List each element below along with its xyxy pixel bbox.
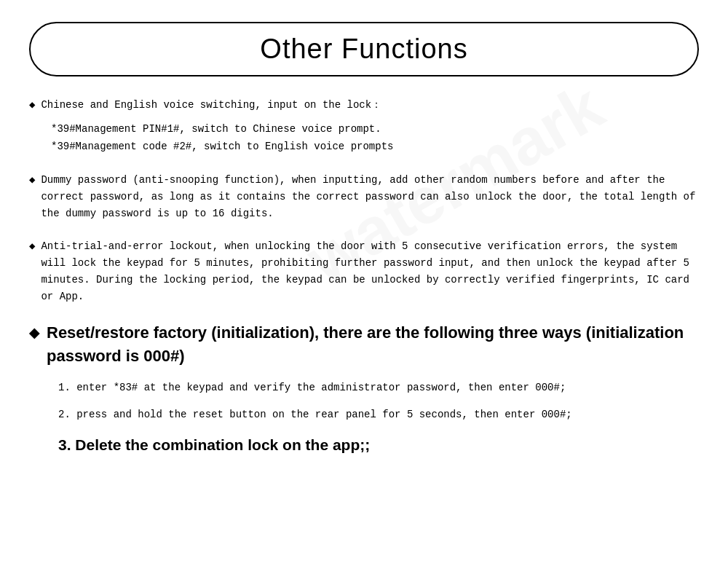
section-dummy-password: ◆ Dummy password (anti-snooping function… xyxy=(29,172,699,222)
reset-factory-heading-text: Reset/restore factory (initialization), … xyxy=(47,321,699,368)
reset-item-3-content: Delete the combination lock on the app;; xyxy=(75,436,370,453)
voice-switching-intro: Chinese and English voice switching, inp… xyxy=(41,97,381,114)
reset-item-1: 1. enter *83# at the keypad and verify t… xyxy=(58,380,699,396)
reset-factory-heading: ◆ Reset/restore factory (initialization)… xyxy=(29,321,699,368)
reset-numbered-list: 1. enter *83# at the keypad and verify t… xyxy=(58,380,699,457)
reset-item-1-text: 1. enter *83# at the keypad and verify t… xyxy=(58,380,699,396)
reset-item-2-number: 2. xyxy=(58,409,71,420)
voice-switching-indented: *39#Management PIN#1#, switch to Chinese… xyxy=(51,121,699,156)
reset-item-1-content: enter *83# at the keypad and verify the … xyxy=(76,382,566,393)
reset-item-2-text: 2. press and hold the reset button on th… xyxy=(58,406,699,423)
voice-switching-line-2: *39#Management code #2#, switch to Engli… xyxy=(51,138,699,156)
section-anti-trial: ◆ Anti-trial-and-error lockout, when unl… xyxy=(29,238,699,305)
section-voice-switching: ◆ Chinese and English voice switching, i… xyxy=(29,97,699,156)
bullet-diamond-large: ◆ xyxy=(29,323,39,342)
page-title-box: Other Functions xyxy=(29,22,699,76)
dummy-password-text: Dummy password (anti-snooping function),… xyxy=(41,172,699,222)
section-reset-factory: ◆ Reset/restore factory (initialization)… xyxy=(29,321,699,456)
reset-item-1-number: 1. xyxy=(58,382,71,393)
voice-switching-line-1: *39#Management PIN#1#, switch to Chinese… xyxy=(51,121,699,138)
page-title: Other Functions xyxy=(60,34,668,65)
reset-item-2-content: press and hold the reset button on the r… xyxy=(76,409,572,420)
reset-item-3-text: 3. Delete the combination lock on the ap… xyxy=(58,433,699,457)
bullet-diamond-1: ◆ xyxy=(29,98,35,111)
bullet-diamond-2: ◆ xyxy=(29,173,35,186)
reset-item-2: 2. press and hold the reset button on th… xyxy=(58,406,699,423)
anti-trial-text: Anti-trial-and-error lockout, when unloc… xyxy=(41,238,699,305)
bullet-diamond-3: ◆ xyxy=(29,240,35,252)
reset-item-3: 3. Delete the combination lock on the ap… xyxy=(58,433,699,457)
reset-item-3-number: 3. xyxy=(58,436,71,453)
